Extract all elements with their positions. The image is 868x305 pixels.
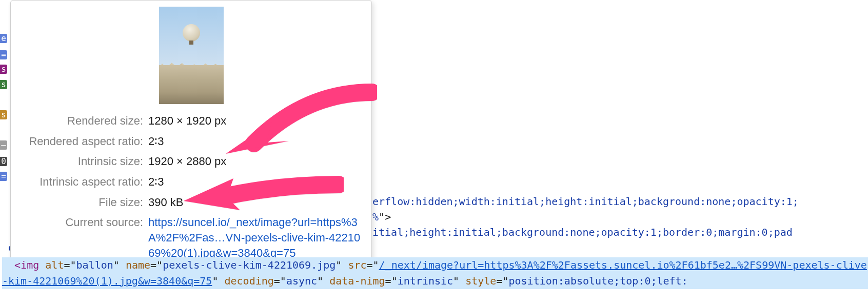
gutter-badge: 0 [0,157,7,166]
gutter-badge: s [0,65,7,74]
gutter-badge: s [0,80,7,89]
intrinsic-size-label: Intrinsic size: [18,154,143,169]
gutter-badge: e [0,34,7,43]
gutter-badge: s [0,110,7,119]
bg-code-line-1b: 0%"> [366,209,868,225]
image-thumbnail-preview [159,7,224,104]
bg-code-line-1: erflow:hidden;width:initial;height:initi… [372,194,868,209]
file-size-label: File size: [18,195,143,210]
annotation-arrow-icon [223,82,377,169]
intrinsic-aspect-ratio-label: Intrinsic aspect ratio: [18,174,143,190]
gutter-badge: — [0,140,7,150]
rendered-size-label: Rendered size: [18,113,143,129]
gutter-badge: = [0,50,7,59]
rendered-aspect-ratio-label: Rendered aspect ratio: [18,134,143,149]
annotation-arrow-icon [180,169,344,226]
gutter-badge: = [0,172,7,181]
elements-panel-selected-line[interactable]: <img alt="ballon" name="pexels-clive-kim… [2,257,868,289]
